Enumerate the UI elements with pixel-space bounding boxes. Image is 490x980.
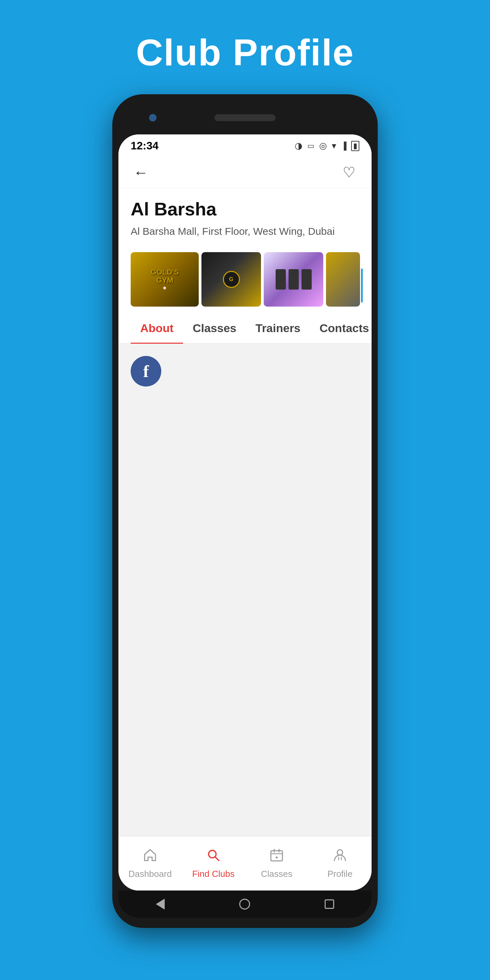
svg-rect-2 bbox=[271, 851, 282, 861]
battery-icon: ▮ bbox=[351, 141, 360, 151]
heart-icon: ♡ bbox=[343, 165, 356, 180]
phone-device: 12:34 ◑ ▭ ◎ ▾ ▐ ▮ bbox=[112, 94, 378, 928]
phone-speaker bbox=[215, 115, 275, 121]
dashboard-icon bbox=[143, 848, 158, 866]
android-nav-bar bbox=[118, 891, 372, 918]
phone-top-bar bbox=[118, 105, 372, 131]
nav-profile-label: Profile bbox=[327, 869, 353, 879]
status-time: 12:34 bbox=[130, 140, 159, 152]
media-icon: ◑ bbox=[295, 140, 302, 151]
gym-logo: G bbox=[223, 271, 240, 288]
page-title-area: Club Profile bbox=[0, 0, 490, 94]
club-info: Al Barsha Al Barsha Mall, First Floor, W… bbox=[118, 188, 372, 245]
android-home-button[interactable] bbox=[239, 899, 250, 910]
facebook-button[interactable]: f bbox=[130, 356, 161, 387]
tab-classes[interactable]: Classes bbox=[183, 313, 246, 343]
back-button[interactable]: ← bbox=[130, 162, 151, 183]
find-clubs-icon bbox=[206, 848, 221, 866]
nav-find-clubs-label: Find Clubs bbox=[192, 869, 234, 879]
classes-icon bbox=[269, 848, 284, 866]
recent-square-icon bbox=[325, 899, 334, 909]
image-gallery[interactable]: GOLD'SGYM ⬟ G bbox=[118, 245, 372, 313]
tab-contacts[interactable]: Contacts bbox=[310, 313, 372, 343]
svg-point-6 bbox=[275, 856, 278, 859]
signal-icon: ▐ bbox=[341, 142, 347, 150]
favorite-button[interactable]: ♡ bbox=[339, 162, 360, 183]
bottom-nav: Dashboard Find Clubs bbox=[118, 836, 372, 891]
back-triangle-icon bbox=[156, 899, 165, 910]
back-arrow-icon: ← bbox=[134, 165, 148, 180]
phone-camera bbox=[149, 114, 156, 121]
club-address: Al Barsha Mall, First Floor, West Wing, … bbox=[130, 224, 360, 239]
tab-content-about: f bbox=[118, 344, 372, 836]
tab-about[interactable]: About bbox=[130, 313, 183, 343]
tab-trainers[interactable]: Trainers bbox=[246, 313, 310, 343]
svg-point-7 bbox=[337, 850, 343, 855]
wifi-icon: ▾ bbox=[332, 140, 336, 151]
top-nav: ← ♡ bbox=[118, 158, 372, 188]
home-circle-icon bbox=[239, 899, 250, 910]
club-name: Al Barsha bbox=[130, 198, 360, 220]
nav-profile[interactable]: Profile bbox=[314, 848, 366, 879]
android-back-button[interactable] bbox=[156, 899, 165, 910]
gallery-image-4[interactable] bbox=[326, 252, 360, 307]
gallery-image-2[interactable]: G bbox=[202, 252, 261, 307]
sdcard-icon: ▭ bbox=[307, 142, 314, 150]
nav-dashboard-label: Dashboard bbox=[128, 869, 172, 879]
app-content: ← ♡ Al Barsha Al Barsha Mall, First Floo… bbox=[118, 158, 372, 891]
gallery-image-3[interactable] bbox=[264, 252, 323, 307]
status-bar: 12:34 ◑ ▭ ◎ ▾ ▐ ▮ bbox=[118, 134, 372, 158]
nav-find-clubs[interactable]: Find Clubs bbox=[188, 848, 239, 879]
nav-classes-label: Classes bbox=[261, 869, 292, 879]
svg-line-1 bbox=[215, 857, 219, 861]
scroll-indicator bbox=[361, 269, 363, 302]
profile-icon bbox=[332, 848, 347, 866]
android-recent-button[interactable] bbox=[325, 899, 334, 909]
nav-dashboard[interactable]: Dashboard bbox=[124, 848, 176, 879]
tab-navigation: About Classes Trainers Contacts bbox=[118, 313, 372, 344]
facebook-letter: f bbox=[143, 361, 149, 381]
status-icons: ◑ ▭ ◎ ▾ ▐ ▮ bbox=[295, 140, 360, 151]
phone-screen: 12:34 ◑ ▭ ◎ ▾ ▐ ▮ bbox=[118, 134, 372, 891]
gallery-image-1[interactable]: GOLD'SGYM ⬟ bbox=[130, 252, 199, 307]
location-icon: ◎ bbox=[319, 140, 327, 151]
page-title: Club Profile bbox=[136, 30, 354, 74]
nav-classes[interactable]: Classes bbox=[251, 848, 302, 879]
